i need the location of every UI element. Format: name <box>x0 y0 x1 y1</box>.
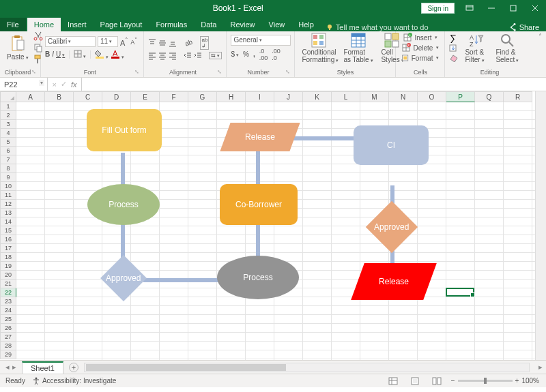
zoom-level[interactable]: 100% <box>521 377 539 385</box>
row-header[interactable]: 13 <box>0 209 16 217</box>
increase-indent-icon[interactable] <box>194 52 202 60</box>
sign-in-button[interactable]: Sign in <box>421 3 455 14</box>
column-headers[interactable]: ABCDEFGHIJKLMNOPQR <box>16 91 535 102</box>
row-header[interactable]: 10 <box>0 182 16 191</box>
row-header[interactable]: 25 <box>0 315 16 324</box>
add-sheet-button[interactable]: + <box>69 363 78 372</box>
column-header[interactable]: R <box>504 91 532 102</box>
row-header[interactable]: 2 <box>0 111 16 120</box>
font-grow-icon[interactable]: A˄ <box>120 36 128 47</box>
tab-view[interactable]: View <box>262 18 292 31</box>
orientation-icon[interactable]: ab <box>185 39 193 47</box>
row-header[interactable]: 11 <box>0 191 16 200</box>
wrap-text-button[interactable]: ab↲ <box>200 36 209 50</box>
row-header[interactable]: 21 <box>0 280 16 288</box>
shape-release-top[interactable]: Release <box>220 123 300 151</box>
column-header[interactable]: N <box>389 91 418 102</box>
row-headers[interactable]: 1234567891011121314151617181920212223242… <box>0 102 16 360</box>
row-header[interactable]: 17 <box>0 244 16 253</box>
font-color-button[interactable]: A <box>111 49 124 60</box>
maximize-button[interactable] <box>502 0 524 16</box>
shape-release-red[interactable]: Release <box>351 263 437 300</box>
column-header[interactable]: P <box>446 91 475 102</box>
decrease-decimal-button[interactable]: .00.0 <box>272 48 281 61</box>
shape-fill-out-form[interactable]: Fill Out form <box>87 109 162 151</box>
column-header[interactable]: D <box>102 91 131 102</box>
format-as-table-button[interactable]: Format as Table <box>341 33 376 63</box>
normal-view-button[interactable] <box>386 376 401 387</box>
column-header[interactable]: E <box>131 91 160 102</box>
fill-color-button[interactable] <box>95 49 109 60</box>
row-header[interactable]: 19 <box>0 262 16 271</box>
number-format-select[interactable]: General <box>231 35 291 46</box>
minimize-button[interactable] <box>480 0 502 16</box>
row-header[interactable]: 15 <box>0 226 16 235</box>
row-header[interactable]: 6 <box>0 147 16 155</box>
increase-decimal-button[interactable]: .0.00 <box>259 48 268 61</box>
column-header[interactable]: M <box>360 91 389 102</box>
shape-process-left[interactable]: Process <box>87 184 160 225</box>
sheet-nav-buttons[interactable]: ◂▸ <box>0 363 22 372</box>
sort-filter-button[interactable]: AZ Sort & Filter <box>462 33 491 63</box>
cancel-formula-icon[interactable]: × <box>53 80 57 89</box>
tab-insert[interactable]: Insert <box>61 18 94 31</box>
row-header[interactable]: 7 <box>0 155 16 164</box>
scroll-right-button[interactable]: ▸ <box>535 363 546 372</box>
row-header[interactable]: 14 <box>0 217 16 226</box>
align-bottom-icon[interactable] <box>169 39 177 47</box>
tab-home[interactable]: Home <box>27 18 61 31</box>
fill-icon[interactable] <box>449 44 459 52</box>
row-header[interactable]: 28 <box>0 342 16 350</box>
find-select-button[interactable]: Find & Select <box>493 33 521 63</box>
row-header[interactable]: 16 <box>0 235 16 244</box>
tell-me-search[interactable]: Tell me what you want to do <box>326 23 429 31</box>
formula-input[interactable] <box>82 78 546 91</box>
column-header[interactable]: I <box>246 91 274 102</box>
column-header[interactable]: G <box>188 91 217 102</box>
percent-button[interactable]: % <box>243 50 249 58</box>
format-cells-button[interactable]: Format <box>400 53 440 63</box>
italic-button[interactable]: I <box>52 50 54 58</box>
row-header[interactable]: 18 <box>0 253 16 262</box>
align-right-icon[interactable] <box>169 52 177 60</box>
shape-process-center[interactable]: Process <box>217 256 299 299</box>
insert-function-icon[interactable]: fx <box>71 80 77 89</box>
zoom-out-button[interactable]: − <box>451 377 455 385</box>
cells-area[interactable]: Fill Out form Release CI Process Co-Borr… <box>16 102 535 360</box>
accounting-format-button[interactable]: $ <box>231 50 239 58</box>
shape-co-borrower[interactable]: Co-Borrower <box>220 184 298 225</box>
column-header[interactable]: H <box>217 91 246 102</box>
enter-formula-icon[interactable]: ✓ <box>61 80 67 89</box>
shape-approved-right[interactable]: Approved <box>366 201 418 253</box>
merge-center-button[interactable]: ⇆ <box>209 52 222 59</box>
column-header[interactable]: Q <box>475 91 504 102</box>
page-break-view-button[interactable] <box>429 376 444 387</box>
accessibility-status[interactable]: Accessibility: Investigate <box>32 377 116 385</box>
font-size-select[interactable]: 11 <box>98 36 118 47</box>
column-header[interactable]: F <box>160 91 188 102</box>
row-header[interactable]: 23 <box>0 297 16 306</box>
tab-page-layout[interactable]: Page Layout <box>94 18 149 31</box>
horizontal-scrollbar[interactable] <box>84 363 530 372</box>
row-header[interactable]: 3 <box>0 120 16 129</box>
tab-formulas[interactable]: Formulas <box>149 18 194 31</box>
zoom-in-button[interactable]: + <box>515 377 519 385</box>
comma-button[interactable]: , <box>253 50 255 58</box>
autosum-icon[interactable]: ∑ <box>449 33 460 43</box>
row-header[interactable]: 22 <box>0 288 16 297</box>
column-header[interactable]: O <box>418 91 446 102</box>
select-all-button[interactable] <box>0 91 16 102</box>
row-header[interactable]: 29 <box>0 350 16 359</box>
align-left-icon[interactable] <box>148 52 156 60</box>
row-header[interactable]: 26 <box>0 324 16 333</box>
row-header[interactable]: 1 <box>0 102 16 111</box>
row-header[interactable]: 27 <box>0 333 16 342</box>
insert-cells-button[interactable]: +Insert <box>400 33 440 42</box>
tab-data[interactable]: Data <box>194 18 223 31</box>
tab-review[interactable]: Review <box>223 18 261 31</box>
conditional-formatting-button[interactable]: Conditional Formatting <box>299 33 339 63</box>
clear-icon[interactable] <box>449 54 459 62</box>
font-shrink-icon[interactable]: A˅ <box>130 37 137 46</box>
align-top-icon[interactable] <box>148 39 156 47</box>
name-box[interactable]: P22 <box>0 78 48 91</box>
